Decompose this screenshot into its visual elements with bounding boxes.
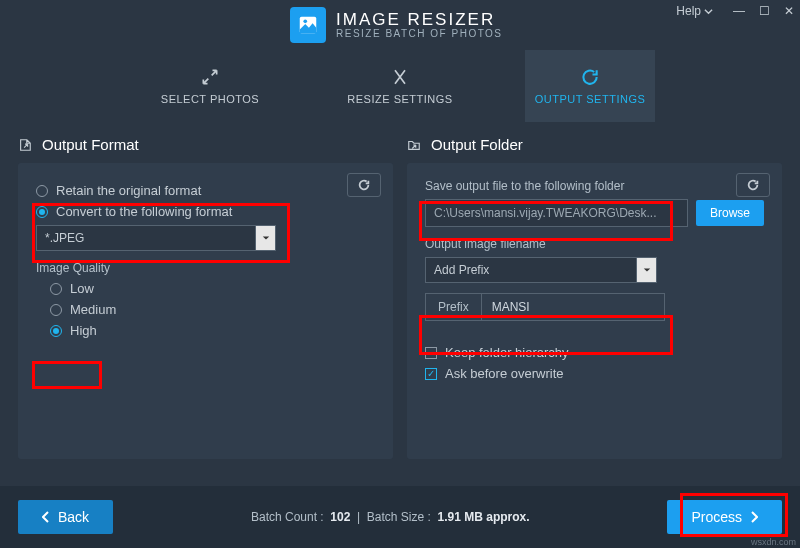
reset-format-button[interactable] [347,173,381,197]
quality-label: Image Quality [36,261,375,275]
chevron-down-icon [704,7,713,16]
format-dropdown[interactable]: *.JPEG [36,225,276,251]
output-folder-heading: Output Folder [407,136,782,153]
app-title: IMAGE RESIZER [336,11,503,28]
export-icon [18,138,32,152]
radio-quality-low[interactable]: Low [50,281,375,296]
output-format-heading: Output Format [18,136,393,153]
checkbox-ask-overwrite[interactable]: ✓ Ask before overwrite [425,366,764,381]
chevron-down-icon [637,257,657,283]
filename-mode-dropdown[interactable]: Add Prefix [425,257,657,283]
radio-icon [50,283,62,295]
radio-icon [36,206,48,218]
chevron-right-icon [750,511,758,523]
chevron-left-icon [42,511,50,523]
close-button[interactable]: ✕ [784,4,794,18]
process-button[interactable]: Process [667,500,782,534]
back-button[interactable]: Back [18,500,113,534]
minimize-button[interactable]: — [733,4,745,18]
maximize-button[interactable]: ☐ [759,4,770,18]
radio-retain-format[interactable]: Retain the original format [36,183,375,198]
tab-select-photos[interactable]: SELECT PHOTOS [145,50,275,122]
reset-folder-button[interactable] [736,173,770,197]
app-subtitle: RESIZE BATCH OF PHOTOS [336,28,503,39]
radio-convert-format[interactable]: Convert to the following format [36,204,375,219]
checkbox-keep-hierarchy[interactable]: Keep folder hierarchy [425,345,764,360]
expand-icon [200,67,220,87]
radio-icon [50,304,62,316]
watermark: wsxdn.com [751,537,796,547]
resize-icon [390,67,410,87]
radio-quality-medium[interactable]: Medium [50,302,375,317]
radio-icon [50,325,62,337]
chevron-down-icon [256,225,276,251]
help-menu[interactable]: Help [676,4,713,18]
radio-quality-high[interactable]: High [50,323,375,338]
output-path-input[interactable]: C:\Users\mansi.vijay.TWEAKORG\Desk... [425,199,688,227]
svg-point-1 [303,20,307,24]
filename-label: Output image filename [425,237,764,251]
radio-icon [36,185,48,197]
checkbox-icon: ✓ [425,368,437,380]
batch-info: Batch Count : 102 | Batch Size : 1.91 MB… [113,510,667,524]
tab-output-settings[interactable]: OUTPUT SETTINGS [525,50,655,122]
browse-button[interactable]: Browse [696,200,764,226]
prefix-input-group[interactable]: Prefix MANSI [425,293,665,321]
app-logo-icon [290,7,326,43]
refresh-icon [580,67,600,87]
tab-resize-settings[interactable]: RESIZE SETTINGS [335,50,465,122]
save-path-label: Save output file to the following folder [425,179,764,193]
prefix-input[interactable]: MANSI [482,294,664,320]
checkbox-icon [425,347,437,359]
folder-export-icon [407,138,421,152]
